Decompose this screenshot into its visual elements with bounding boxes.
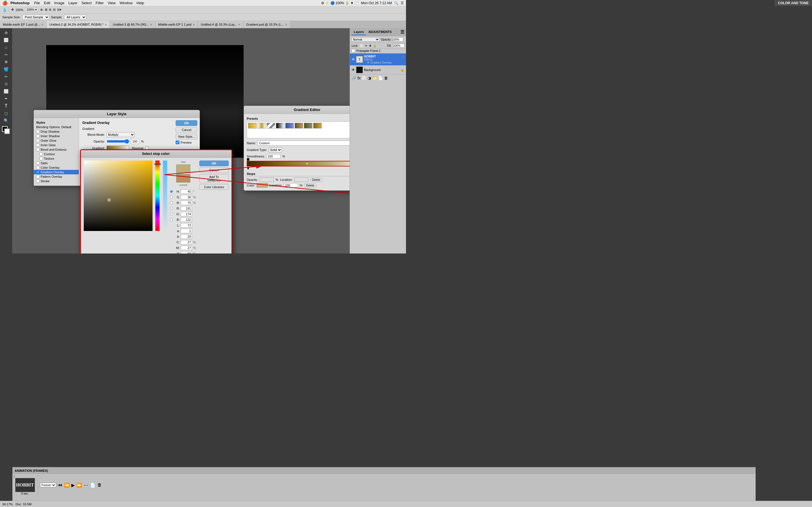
lock-transparent-icon[interactable]: ⬜: [360, 44, 363, 47]
menu-select[interactable]: Select: [80, 1, 93, 5]
adjustments-tab[interactable]: ADJUSTMENTS: [366, 29, 394, 35]
clone-tool[interactable]: ⊙: [2, 80, 10, 87]
stroke-checkbox[interactable]: [36, 179, 40, 183]
y-input[interactable]: [181, 251, 192, 253]
tab-1[interactable]: Untitled-2 @ 34.2% (HOBBIT, RGB/8) * ✕: [47, 21, 110, 28]
eraser-tool[interactable]: ⬜: [2, 88, 10, 95]
hobbit-layer-row[interactable]: 👁 T HOBBIT fx Effects 👁 Gradient Overlay: [350, 54, 406, 65]
satin-item[interactable]: Satin: [34, 161, 79, 165]
color-overlay-item[interactable]: Color Overlay: [34, 165, 79, 170]
preset-stripe1[interactable]: [267, 123, 275, 128]
inner-glow-item[interactable]: Inner Glow: [34, 143, 79, 147]
move-icon[interactable]: ✥: [11, 8, 14, 11]
search-icon[interactable]: 🔍: [394, 1, 398, 5]
arrange-icon[interactable]: ⊞: [45, 8, 47, 11]
apple-menu[interactable]: 🍎: [2, 1, 8, 6]
brush-tool[interactable]: ✏: [2, 73, 10, 80]
eyedropper-tool[interactable]: ⊕: [2, 29, 10, 36]
a-input[interactable]: [181, 229, 192, 233]
pen-tool[interactable]: ✒: [2, 95, 10, 102]
foreground-background[interactable]: [2, 126, 10, 135]
blend-mode-select[interactable]: Multiply: [107, 132, 135, 137]
lock-position-icon[interactable]: ✥: [369, 44, 371, 47]
color-picker-cancel[interactable]: Cancel: [199, 167, 229, 173]
color-overlay-checkbox[interactable]: [36, 166, 40, 169]
outer-glow-item[interactable]: Outer Glow: [34, 138, 79, 143]
gradient-name-input[interactable]: [257, 140, 350, 146]
tab-5-close[interactable]: ✕: [285, 23, 287, 26]
preset-bw[interactable]: [276, 123, 285, 128]
tab-4-close[interactable]: ✕: [238, 23, 240, 26]
smoothness-input[interactable]: [266, 154, 281, 159]
zoom-select[interactable]: 100% ▾: [25, 7, 38, 12]
menu-file[interactable]: File: [33, 1, 42, 5]
link-layers-button[interactable]: 🔗: [352, 76, 356, 80]
layers-panel-menu[interactable]: ☰: [400, 29, 404, 35]
g-input[interactable]: [181, 212, 192, 216]
color-location-input[interactable]: [284, 183, 298, 187]
preview-checkbox[interactable]: [175, 140, 179, 144]
menu-view[interactable]: View: [106, 1, 117, 5]
opacity-input[interactable]: [392, 38, 403, 41]
menu-edit[interactable]: Edit: [42, 1, 52, 5]
fill-input[interactable]: [393, 44, 404, 48]
color-picker-dialog[interactable]: Select stop color: new: [80, 149, 232, 253]
gradient-overlay-checkbox[interactable]: [36, 170, 40, 174]
inner-glow-checkbox[interactable]: [36, 144, 40, 147]
drop-shadow-checkbox[interactable]: [36, 130, 40, 133]
shape-tool[interactable]: ◻: [2, 110, 10, 117]
opacity-stop-left[interactable]: [247, 158, 250, 161]
menu-filter[interactable]: Filter: [94, 1, 105, 5]
r-input[interactable]: [181, 206, 192, 211]
tab-3[interactable]: Middle-earth EP 1 1.psd ✕: [155, 21, 198, 28]
color-libraries-button[interactable]: Color Libraries: [199, 184, 229, 190]
pattern-overlay-checkbox[interactable]: [36, 175, 40, 178]
preset-blue[interactable]: [285, 123, 294, 128]
h-input[interactable]: [181, 189, 192, 194]
h-radio[interactable]: [170, 190, 173, 193]
new-swatch[interactable]: [176, 165, 190, 173]
color-spectrum[interactable]: [155, 161, 160, 231]
layers-tab[interactable]: Layers: [352, 29, 366, 35]
color-delete-button[interactable]: Delete: [304, 183, 316, 187]
add-mask-button[interactable]: ⬜: [362, 76, 366, 80]
gradient-editor-dialog[interactable]: Gradient Editor Presets ▶: [244, 106, 350, 191]
opacity-stops-input[interactable]: [260, 177, 274, 182]
r-radio[interactable]: [170, 207, 173, 210]
s-input[interactable]: [181, 195, 192, 200]
lock-all-icon[interactable]: 🔒: [373, 44, 376, 47]
opacity-slider[interactable]: [107, 139, 129, 144]
bevel-emboss-item[interactable]: Bevel and Emboss: [34, 147, 79, 152]
color-field[interactable]: [84, 161, 153, 231]
crop-tool[interactable]: ✂: [2, 51, 10, 58]
tab-3-close[interactable]: ✕: [193, 23, 195, 26]
pattern-overlay-item[interactable]: Pattern Overlay: [34, 174, 79, 179]
c-input[interactable]: [181, 240, 192, 244]
texture-checkbox[interactable]: [40, 157, 43, 160]
contour-checkbox[interactable]: [40, 152, 43, 156]
tab-5[interactable]: Gradient.psd @ 33.3% (L... ✕: [243, 21, 290, 28]
preset-yellow[interactable]: [313, 123, 322, 128]
gradient-bar[interactable]: [247, 161, 350, 166]
menu-layer[interactable]: Layer: [66, 1, 79, 5]
l-input[interactable]: [181, 223, 192, 228]
arrange-icon2[interactable]: ⊟▾: [57, 8, 61, 11]
sample-size-select[interactable]: Point Sample: [22, 15, 49, 20]
layer-style-ok[interactable]: OK: [175, 120, 197, 126]
preset-green[interactable]: [304, 123, 312, 128]
preset-gold2[interactable]: [257, 123, 266, 128]
paintbucket-tool[interactable]: 🪣: [2, 66, 10, 73]
menu-image[interactable]: Image: [52, 1, 66, 5]
b2-input[interactable]: [181, 217, 192, 222]
hobbit-visibility[interactable]: 👁: [352, 57, 355, 61]
b3-input[interactable]: [181, 234, 192, 239]
opacity-delete-button[interactable]: Delete: [310, 178, 322, 182]
b-radio[interactable]: [170, 202, 173, 204]
tab-2[interactable]: Untitled-3 @ 66.7% (RG... ✕: [110, 21, 155, 28]
layer-style-cancel[interactable]: Cancel: [175, 127, 197, 133]
gradient-type-select[interactable]: Solid: [269, 147, 282, 152]
tab-0-close[interactable]: ✕: [41, 23, 43, 26]
tab-0[interactable]: Middle-earth EP 1.psd @... ✕: [0, 21, 47, 28]
tab-2-close[interactable]: ✕: [150, 23, 152, 26]
lasso-tool[interactable]: ⌂: [2, 44, 10, 51]
